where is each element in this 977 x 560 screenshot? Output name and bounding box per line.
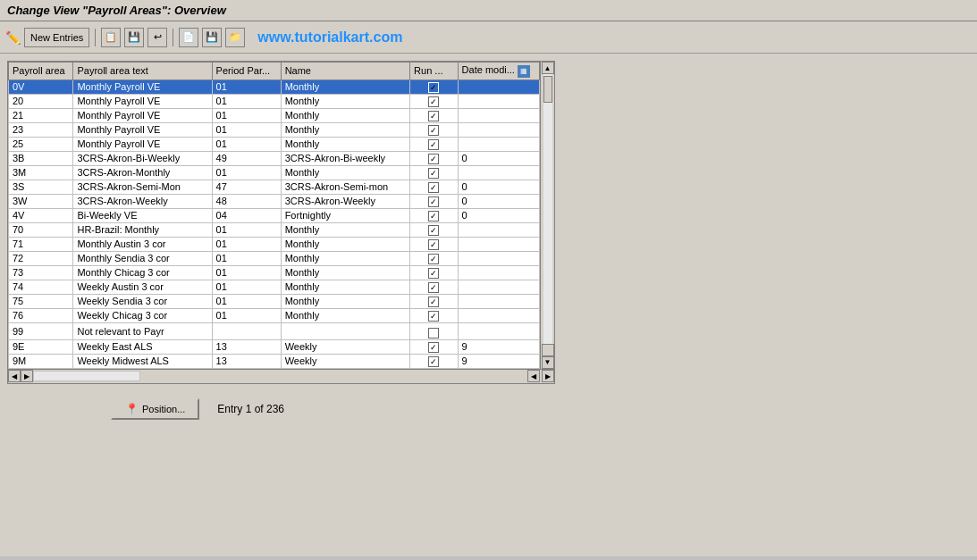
run-checkbox[interactable]: [428, 182, 439, 193]
table-row[interactable]: 3B3CRS-Akron-Bi-Weekly493CRS-Akron-Bi-we…: [9, 151, 540, 165]
nav3-button[interactable]: 📁: [225, 28, 245, 47]
table-row[interactable]: 70HR-Brazil: Monthly01Monthly: [9, 222, 540, 237]
cell-payroll-area-text: 3CRS-Akron-Semi-Mon: [73, 180, 212, 194]
cell-period-par: 01: [212, 94, 281, 108]
cell-payroll-area: 70: [9, 222, 73, 237]
nav1-button[interactable]: 📄: [179, 28, 198, 47]
run-checkbox[interactable]: [428, 168, 439, 179]
run-checkbox[interactable]: [428, 196, 439, 207]
cell-date-modi: [458, 79, 539, 94]
run-checkbox[interactable]: [428, 311, 439, 322]
run-checkbox[interactable]: [428, 342, 439, 353]
vertical-scrollbar[interactable]: ▲ ▼: [540, 62, 554, 369]
h-scroll-track[interactable]: [33, 371, 140, 381]
cell-payroll-area-text: Weekly Austin 3 cor: [73, 280, 212, 294]
cell-payroll-area-text: Monthly Sendia 3 cor: [73, 251, 212, 265]
cell-name: Monthly: [281, 308, 409, 322]
run-checkbox[interactable]: [428, 282, 439, 293]
cell-date-modi: 9: [458, 339, 539, 354]
run-checkbox[interactable]: [428, 82, 439, 93]
table-row[interactable]: 21Monthly Payroll VE01Monthly: [9, 108, 540, 122]
cell-name: Monthly: [281, 265, 409, 280]
cell-run: [410, 137, 459, 151]
table-row[interactable]: 99Not relevant to Payr: [9, 322, 540, 339]
run-checkbox[interactable]: [428, 239, 439, 250]
cell-run: [410, 208, 459, 222]
table-and-scrollbar: Payroll area Payroll area text Period Pa…: [8, 62, 554, 369]
cell-date-modi: [458, 122, 539, 137]
column-resize-icon[interactable]: ▦: [518, 65, 530, 78]
table-row[interactable]: 3S3CRS-Akron-Semi-Mon473CRS-Akron-Semi-m…: [9, 180, 540, 194]
cell-date-modi: 9: [458, 354, 539, 368]
table-wrapper: Payroll area Payroll area text Period Pa…: [8, 62, 540, 369]
table-row[interactable]: 3M3CRS-Akron-Monthly01Monthly: [9, 165, 540, 180]
nav2-button[interactable]: 💾: [202, 28, 222, 47]
scroll-down-button[interactable]: ▼: [542, 356, 554, 369]
table-row[interactable]: 74Weekly Austin 3 cor01Monthly: [9, 280, 540, 294]
cell-payroll-area-text: Monthly Chicag 3 cor: [73, 265, 212, 280]
position-icon: 📍: [125, 403, 139, 415]
cell-period-par: [212, 322, 281, 339]
cell-name: Weekly: [281, 339, 409, 354]
cell-date-modi: [458, 265, 539, 280]
run-checkbox[interactable]: [428, 328, 439, 339]
cell-period-par: 49: [212, 151, 281, 165]
cell-name: 3CRS-Akron-Bi-weekly: [281, 151, 409, 165]
table-row[interactable]: 71Monthly Austin 3 cor01Monthly: [9, 237, 540, 251]
cell-date-modi: [458, 251, 539, 265]
cell-period-par: 13: [212, 339, 281, 354]
run-checkbox[interactable]: [428, 211, 439, 221]
table-row[interactable]: 0VMonthly Payroll VE01Monthly: [9, 79, 540, 94]
cell-date-modi: [458, 308, 539, 322]
cell-run: [410, 180, 459, 194]
run-checkbox[interactable]: [428, 125, 439, 136]
cell-payroll-area-text: Monthly Payroll VE: [73, 108, 212, 122]
cell-payroll-area-text: Bi-Weekly VE: [73, 208, 212, 222]
position-button[interactable]: 📍 Position...: [111, 398, 199, 420]
scroll-checkbox: [542, 344, 554, 356]
col-name: Name: [281, 63, 409, 80]
cell-period-par: 01: [212, 165, 281, 180]
run-checkbox[interactable]: [428, 111, 439, 121]
save-button[interactable]: 💾: [124, 28, 144, 47]
run-checkbox[interactable]: [428, 225, 439, 236]
table-row[interactable]: 9EWeekly East ALS13Weekly9: [9, 339, 540, 354]
table-row[interactable]: 23Monthly Payroll VE01Monthly: [9, 122, 540, 137]
table-row[interactable]: 72Monthly Sendia 3 cor01Monthly: [9, 251, 540, 265]
cell-payroll-area: 20: [9, 94, 73, 108]
cell-run: [410, 122, 459, 137]
scroll-thumb[interactable]: [543, 76, 552, 103]
cell-payroll-area-text: Not relevant to Payr: [73, 322, 212, 339]
table-row[interactable]: 73Monthly Chicag 3 cor01Monthly: [9, 265, 540, 280]
table-row[interactable]: 3W3CRS-Akron-Weekly483CRS-Akron-Weekly0: [9, 194, 540, 208]
run-checkbox[interactable]: [428, 96, 439, 107]
run-checkbox[interactable]: [428, 297, 439, 307]
table-row[interactable]: 20Monthly Payroll VE01Monthly: [9, 94, 540, 108]
h-scroll-right-button[interactable]: ▶: [542, 370, 554, 382]
nav2-icon: 💾: [206, 31, 218, 43]
run-checkbox[interactable]: [428, 139, 439, 150]
cell-run: [410, 94, 459, 108]
copy-button[interactable]: 📋: [101, 28, 121, 47]
undo-button[interactable]: ↩: [147, 28, 167, 47]
h-scroll-left-button[interactable]: ◀: [8, 370, 21, 382]
new-entries-button[interactable]: New Entries: [24, 28, 89, 47]
run-checkbox[interactable]: [428, 254, 439, 264]
cell-payroll-area: 9E: [9, 339, 73, 354]
h-scroll-left-button2[interactable]: ◀: [527, 370, 540, 382]
cell-period-par: 01: [212, 280, 281, 294]
h-scroll-right-button2[interactable]: ▶: [21, 370, 33, 382]
table-row[interactable]: 4VBi-Weekly VE04Fortnightly0: [9, 208, 540, 222]
run-checkbox[interactable]: [428, 154, 439, 164]
cell-payroll-area-text: 3CRS-Akron-Monthly: [73, 165, 212, 180]
scroll-up-button[interactable]: ▲: [542, 62, 554, 74]
watermark: www.tutorialkart.com: [257, 29, 402, 46]
table-row[interactable]: 76Weekly Chicag 3 cor01Monthly: [9, 308, 540, 322]
table-row[interactable]: 25Monthly Payroll VE01Monthly: [9, 137, 540, 151]
table-row[interactable]: 9MWeekly Midwest ALS13Weekly9: [9, 354, 540, 368]
table-row[interactable]: 75Weekly Sendia 3 cor01Monthly: [9, 294, 540, 308]
col-payroll-area-text: Payroll area text: [73, 63, 212, 80]
cell-run: [410, 280, 459, 294]
run-checkbox[interactable]: [428, 356, 439, 367]
run-checkbox[interactable]: [428, 268, 439, 279]
